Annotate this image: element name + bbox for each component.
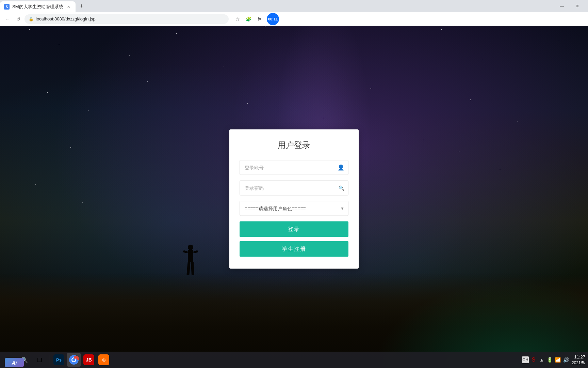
s-tray-icon[interactable]: S <box>530 356 537 363</box>
username-input[interactable] <box>240 160 348 175</box>
role-select[interactable]: =====请选择用户角色===== 管理员 学生 教师 <box>240 201 348 216</box>
expand-tray-icon[interactable]: ▲ <box>538 356 545 363</box>
tab-favicon: S <box>4 4 10 10</box>
browser-chrome: S SM的大学生资助管理系统 ✕ + — ✕ ← ↺ 🔒 localhost:8… <box>0 0 588 26</box>
register-button[interactable]: 学生注册 <box>240 241 348 257</box>
svg-rect-3 <box>193 250 198 253</box>
silhouette <box>180 244 201 286</box>
lock-icon: 🔒 <box>29 17 34 21</box>
app1-button[interactable]: JB <box>82 353 96 367</box>
refresh-button[interactable]: ↺ <box>14 14 23 24</box>
network-icon: 📶 <box>555 356 561 363</box>
battery-icon: 🔋 <box>546 356 553 363</box>
clock-time: 11:27 <box>572 354 585 360</box>
app2-button[interactable]: ◎ <box>97 353 111 367</box>
toolbar-icons: ☆ 🧩 ⚑ <box>233 14 264 24</box>
close-button[interactable]: ✕ <box>570 0 585 12</box>
tab-close-button[interactable]: ✕ <box>66 4 71 10</box>
address-bar[interactable]: 🔒 localhost:8080/dxzzgl/login.jsp <box>24 14 229 24</box>
system-tray-area: CH S ▲ 🔋 📶 🔊 11:27 2021/5/ <box>522 354 585 366</box>
svg-rect-4 <box>186 262 190 276</box>
svg-point-0 <box>188 245 193 250</box>
ps-icon: Ps <box>53 354 64 365</box>
system-tray: CH S ▲ 🔋 📶 🔊 <box>522 356 570 363</box>
ai-badge[interactable]: Ai <box>5 358 24 367</box>
bookmark-button[interactable]: ☆ <box>233 14 242 24</box>
tab-title: SM的大学生资助管理系统 <box>12 4 63 10</box>
separator-1 <box>49 355 49 365</box>
url-text: localhost:8080/dxzzgl/login.jsp <box>36 16 96 21</box>
role-select-wrapper: =====请选择用户角色===== 管理员 学生 教师 ▼ <box>240 201 348 216</box>
volume-icon: 🔊 <box>563 356 570 363</box>
svg-point-8 <box>72 358 76 362</box>
password-wrapper: 🔍 <box>240 181 348 196</box>
user-icon: 👤 <box>338 164 344 171</box>
chrome-app[interactable] <box>67 353 81 367</box>
password-input[interactable] <box>240 181 348 196</box>
clock-date: 2021/5/ <box>572 360 585 366</box>
back-button[interactable]: ← <box>3 14 12 24</box>
svg-rect-5 <box>191 262 194 275</box>
app1-icon: JB <box>83 354 94 365</box>
svg-rect-1 <box>188 250 193 262</box>
extension-button[interactable]: 🧩 <box>244 14 253 24</box>
login-card: 用户登录 👤 🔍 =====请选择用户角色===== 管理员 学生 教师 ▼ 登… <box>229 129 359 269</box>
svg-rect-2 <box>183 250 188 253</box>
username-wrapper: 👤 <box>240 160 348 175</box>
tab-bar: S SM的大学生资助管理系统 ✕ + — ✕ <box>0 0 588 12</box>
address-bar-row: ← ↺ 🔒 localhost:8080/dxzzgl/login.jsp ☆ … <box>0 12 588 26</box>
new-tab-button[interactable]: + <box>77 1 86 11</box>
task-view-button[interactable]: ❑ <box>33 353 46 367</box>
search-password-icon: 🔍 <box>339 185 344 191</box>
app2-icon: ◎ <box>98 354 109 365</box>
login-button[interactable]: 登录 <box>240 221 348 237</box>
taskbar: ⊞ 🔍 ❑ Ps JB ◎ CH S ▲ 🔋 📶 <box>0 352 588 368</box>
photoshop-app[interactable]: Ps <box>52 353 66 367</box>
ch-tray-icon[interactable]: CH <box>522 356 529 363</box>
minimize-button[interactable]: — <box>554 0 570 12</box>
timer-badge: 00:11 <box>267 13 279 25</box>
login-title: 用户登录 <box>240 140 348 151</box>
chrome-icon <box>69 355 79 365</box>
active-tab[interactable]: S SM的大学生资助管理系统 ✕ <box>0 1 76 12</box>
task-view-icon: ❑ <box>37 357 42 363</box>
clock-area[interactable]: 11:27 2021/5/ <box>572 354 585 366</box>
profile-button[interactable]: ⚑ <box>255 14 264 24</box>
window-controls: — ✕ <box>554 0 588 12</box>
